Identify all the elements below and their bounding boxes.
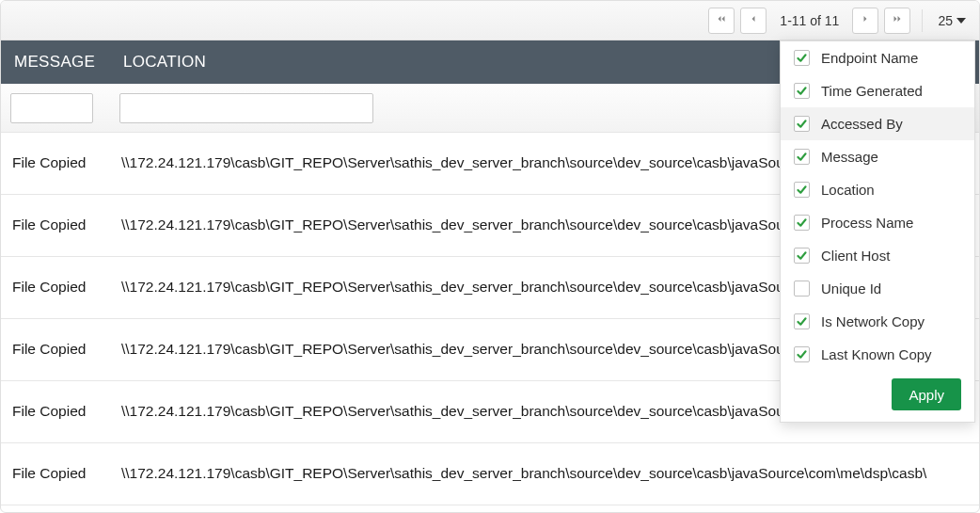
column-chooser-dropdown: Endpoint NameTime GeneratedAccessed ByMe… (780, 40, 975, 423)
pager-last-button[interactable] (884, 8, 910, 34)
column-chooser-item-label: Unique Id (821, 281, 881, 297)
column-chooser-item-label: Is Network Copy (821, 313, 925, 329)
column-chooser-item-label: Time Generated (821, 83, 923, 99)
double-chevron-left-icon (716, 13, 727, 27)
page-size-value: 25 (938, 13, 953, 28)
column-chooser-list: Endpoint NameTime GeneratedAccessed ByMe… (781, 41, 974, 371)
pager-next-button[interactable] (852, 8, 878, 34)
column-chooser-item[interactable]: Location (781, 173, 974, 206)
cell-location: \\172.24.121.179\casb\GIT_REPO\Server\sa… (110, 463, 979, 484)
cell-message: File Copied (1, 463, 110, 484)
column-chooser-item-label: Accessed By (821, 116, 903, 132)
checkbox[interactable] (794, 116, 810, 132)
chevron-left-icon (748, 13, 759, 27)
column-chooser-item[interactable]: Message (781, 140, 974, 173)
chevron-right-icon (860, 13, 871, 27)
page-size-selector[interactable]: 25 (934, 13, 970, 28)
cell-message: File Copied (1, 401, 110, 422)
column-chooser-item[interactable]: Is Network Copy (781, 305, 974, 338)
column-chooser-item-label: Endpoint Name (821, 50, 918, 66)
cell-message: File Copied (1, 152, 110, 173)
checkbox[interactable] (794, 313, 810, 329)
column-chooser-item-label: Location (821, 182, 875, 198)
caret-down-icon (956, 18, 966, 24)
pager-range-text: 1-11 of 11 (772, 13, 846, 28)
filter-location-input[interactable] (119, 93, 373, 123)
pager-first-button[interactable] (708, 8, 735, 34)
column-chooser-item[interactable]: Endpoint Name (781, 41, 974, 74)
app-frame: 1-11 of 11 25 MESSAGE LOCATION File (0, 0, 980, 513)
column-header-message[interactable]: MESSAGE (1, 53, 110, 72)
pager-prev-button[interactable] (740, 8, 767, 34)
pagination-bar: 1-11 of 11 25 (1, 1, 979, 40)
column-chooser-item-label: Process Name (821, 215, 913, 231)
cell-message: File Copied (1, 339, 110, 360)
checkbox[interactable] (794, 182, 810, 198)
apply-button[interactable]: Apply (892, 378, 961, 410)
checkbox[interactable] (794, 346, 810, 362)
checkbox[interactable] (794, 149, 810, 165)
table-row[interactable]: File Copied\\172.24.121.179\casb\GIT_REP… (1, 443, 979, 505)
checkbox[interactable] (794, 215, 810, 231)
column-chooser-item-label: Client Host (821, 248, 890, 264)
column-chooser-item[interactable]: Accessed By (781, 107, 974, 140)
checkbox[interactable] (794, 50, 810, 66)
cell-message: File Copied (1, 215, 110, 235)
checkbox[interactable] (794, 248, 810, 264)
column-chooser-item[interactable]: Time Generated (781, 74, 974, 107)
column-chooser-item[interactable]: Unique Id (781, 272, 974, 305)
double-chevron-right-icon (892, 13, 903, 27)
column-chooser-item-label: Last Known Copy (821, 346, 932, 362)
checkbox[interactable] (794, 281, 810, 297)
column-chooser-item[interactable]: Client Host (781, 239, 974, 272)
column-chooser-item-label: Message (821, 149, 878, 165)
column-chooser-item[interactable]: Last Known Copy (781, 338, 974, 371)
filter-message-input[interactable] (10, 93, 93, 123)
column-chooser-item[interactable]: Process Name (781, 206, 974, 239)
cell-message: File Copied (1, 277, 110, 297)
pager-separator (922, 9, 923, 32)
checkbox[interactable] (794, 83, 810, 99)
